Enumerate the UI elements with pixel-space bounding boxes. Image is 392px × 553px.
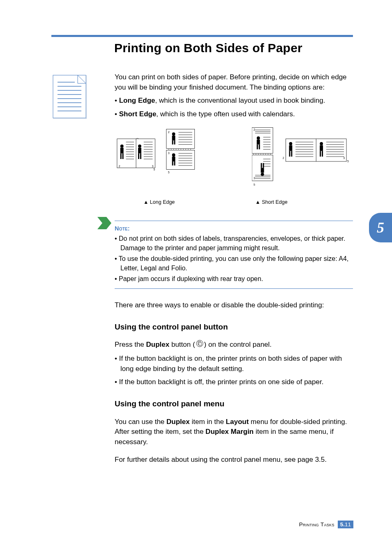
- svg-point-95: [263, 154, 264, 154]
- svg-rect-81: [257, 139, 260, 144]
- binding-options-list: Long Edge, which is the conventional lay…: [115, 96, 353, 119]
- footer-page-box: 5.11: [338, 521, 353, 528]
- cpb-list: If the button backlight is on, the print…: [115, 354, 353, 387]
- svg-text:2: 2: [283, 157, 284, 159]
- svg-point-56: [176, 149, 177, 150]
- svg-point-62: [190, 149, 191, 150]
- svg-point-34: [138, 144, 141, 147]
- svg-rect-120: [320, 145, 323, 151]
- svg-text:3: 3: [343, 157, 345, 159]
- svg-point-80: [257, 136, 260, 140]
- svg-point-103: [261, 173, 264, 176]
- svg-rect-32: [120, 153, 122, 159]
- svg-rect-118: [291, 151, 293, 157]
- svg-point-94: [261, 154, 261, 154]
- svg-point-30: [120, 144, 124, 147]
- note-arrow-icon: [97, 217, 111, 229]
- top-rule: [51, 35, 353, 37]
- svg-rect-122: [322, 151, 323, 157]
- svg-point-119: [320, 142, 323, 145]
- intro-paragraph: You can print on both sides of paper. Be…: [115, 72, 353, 92]
- note-heading: Note:: [115, 225, 130, 232]
- long-edge-item: Long Edge, which is the conventional lay…: [115, 96, 353, 106]
- note-item: Do not print on both sides of labels, tr…: [115, 234, 353, 253]
- svg-point-96: [265, 154, 266, 154]
- short-edge-item: Short Edge, which is the type often used…: [115, 109, 353, 120]
- svg-point-42: [172, 132, 175, 136]
- subhead-control-panel-menu: Using the control panel menu: [115, 398, 353, 410]
- svg-rect-66: [172, 161, 173, 165]
- svg-text:5: 5: [168, 171, 170, 174]
- long-edge-caption: ▲ Long Edge: [143, 198, 175, 206]
- cpm-paragraph-1: You can use the Duplex item in the Layou…: [115, 417, 353, 447]
- svg-rect-104: [261, 168, 264, 173]
- svg-point-55: [173, 149, 174, 150]
- svg-point-61: [188, 149, 189, 150]
- svg-rect-37: [140, 153, 141, 159]
- svg-point-64: [172, 153, 175, 157]
- subhead-control-panel-button: Using the control panel button: [115, 321, 353, 333]
- svg-rect-35: [138, 147, 141, 153]
- note-item: To use the double-sided printing, you ca…: [115, 254, 353, 273]
- svg-point-92: [256, 154, 256, 154]
- svg-rect-116: [289, 145, 293, 151]
- three-ways-paragraph: There are three ways to enable or disabl…: [115, 300, 353, 311]
- svg-text:2: 2: [254, 128, 255, 131]
- svg-point-54: [171, 149, 172, 150]
- short-edge-diagram: 2: [252, 127, 353, 193]
- svg-rect-31: [120, 147, 124, 153]
- svg-point-53: [168, 149, 169, 150]
- svg-rect-43: [172, 136, 175, 141]
- svg-point-91: [253, 154, 254, 154]
- svg-marker-140: [97, 217, 111, 229]
- chapter-tab: 5: [369, 213, 392, 242]
- svg-rect-41: [166, 129, 195, 148]
- svg-rect-117: [289, 151, 291, 157]
- svg-rect-106: [261, 163, 262, 168]
- page-footer: Printing Tasks 5.11: [299, 521, 353, 528]
- long-edge-diagram: 2 3 5 2: [115, 127, 207, 193]
- svg-rect-67: [174, 161, 175, 165]
- svg-rect-2: [86, 75, 87, 119]
- note-item: Paper jam occurs if duplexing with rear …: [115, 274, 353, 283]
- svg-rect-82: [257, 144, 258, 149]
- svg-point-98: [270, 154, 271, 154]
- svg-rect-65: [172, 157, 175, 161]
- svg-rect-45: [174, 140, 175, 144]
- svg-point-97: [268, 154, 269, 154]
- duplex-button-icon: [196, 340, 203, 350]
- note-block: Note: Do not print on both sides of labe…: [115, 221, 353, 289]
- svg-point-58: [180, 149, 181, 150]
- svg-rect-0: [53, 75, 86, 118]
- svg-rect-83: [259, 144, 260, 149]
- short-edge-caption: ▲ Short Edge: [255, 198, 287, 206]
- svg-rect-36: [138, 153, 139, 159]
- svg-text:2: 2: [168, 131, 170, 134]
- svg-point-115: [289, 142, 293, 145]
- duplex-page-icon: [52, 74, 87, 119]
- svg-text:5: 5: [347, 159, 349, 162]
- svg-rect-121: [320, 151, 321, 157]
- svg-rect-1: [53, 118, 86, 119]
- cpb-item: If the button backlight is off, the prin…: [115, 377, 353, 387]
- svg-text:5: 5: [153, 168, 155, 171]
- footer-section: Printing Tasks: [299, 521, 334, 528]
- page-title: Printing on Both Sides of Paper: [114, 41, 302, 55]
- svg-rect-33: [122, 153, 124, 159]
- svg-rect-143: [199, 342, 201, 346]
- cpb-item: If the button backlight is on, the print…: [115, 354, 353, 374]
- svg-point-93: [258, 154, 259, 154]
- press-duplex-line: Press the Duplex button () on the contro…: [115, 340, 353, 350]
- svg-text:2: 2: [119, 164, 120, 167]
- svg-point-57: [178, 149, 179, 150]
- svg-rect-63: [166, 150, 195, 169]
- svg-text:3: 3: [168, 152, 170, 154]
- svg-text:3: 3: [254, 177, 255, 180]
- svg-point-60: [185, 149, 186, 150]
- svg-rect-44: [172, 140, 173, 144]
- svg-text:3: 3: [152, 164, 153, 167]
- svg-text:5: 5: [254, 183, 255, 186]
- cpm-paragraph-2: For further details about using the cont…: [115, 455, 353, 465]
- svg-point-59: [183, 149, 184, 150]
- binding-diagrams: 2 3 5 2: [115, 127, 353, 193]
